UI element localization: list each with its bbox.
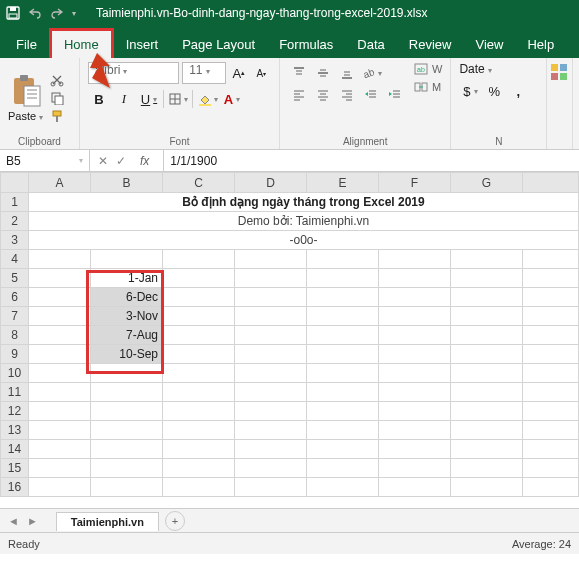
tab-help[interactable]: Help xyxy=(515,31,566,58)
next-sheet-icon[interactable]: ► xyxy=(27,515,38,527)
increase-font-icon[interactable]: A▴ xyxy=(229,62,248,84)
redo-icon[interactable] xyxy=(50,7,64,19)
cell-b6[interactable]: 6-Dec xyxy=(91,288,163,307)
tab-page-layout[interactable]: Page Layout xyxy=(170,31,267,58)
cell-divider[interactable]: -o0o- xyxy=(29,231,579,250)
tab-file[interactable]: File xyxy=(4,31,49,58)
align-right-icon[interactable] xyxy=(336,84,358,106)
row-header[interactable]: 13 xyxy=(1,421,29,440)
orientation-icon[interactable]: ab xyxy=(360,62,382,84)
row-header[interactable]: 7 xyxy=(1,307,29,326)
svg-rect-53 xyxy=(560,64,567,71)
increase-indent-icon[interactable] xyxy=(384,84,406,106)
row-header[interactable]: 14 xyxy=(1,440,29,459)
align-top-icon[interactable] xyxy=(288,62,310,84)
enter-icon[interactable]: ✓ xyxy=(116,154,126,168)
name-box-value: B5 xyxy=(6,154,21,168)
col-header[interactable]: F xyxy=(379,173,451,193)
row-header[interactable]: 15 xyxy=(1,459,29,478)
cell-b8[interactable]: 7-Aug xyxy=(91,326,163,345)
border-icon[interactable] xyxy=(167,88,189,110)
align-bottom-icon[interactable] xyxy=(336,62,358,84)
col-header[interactable] xyxy=(523,173,579,193)
row-header[interactable]: 3 xyxy=(1,231,29,250)
font-label: Font xyxy=(88,134,271,147)
svg-rect-52 xyxy=(551,64,558,71)
col-header[interactable]: E xyxy=(307,173,379,193)
row-header[interactable]: 10 xyxy=(1,364,29,383)
currency-icon[interactable]: $ xyxy=(459,80,481,102)
tab-view[interactable]: View xyxy=(463,31,515,58)
merge-center-button[interactable]: M xyxy=(414,80,442,94)
paste-label[interactable]: Paste xyxy=(8,110,43,122)
separator xyxy=(163,90,164,108)
cell-b7[interactable]: 3-Nov xyxy=(91,307,163,326)
formula-bar: B5 ▾ ✕ ✓ fx 1/1/1900 xyxy=(0,150,579,172)
comma-icon[interactable]: , xyxy=(507,80,529,102)
window-title: Taimienphi.vn-Bo-dinh-dang-ngay-thang-tr… xyxy=(96,6,573,20)
font-size-select[interactable]: 11 xyxy=(182,62,226,84)
fx-icon[interactable]: fx xyxy=(134,154,155,168)
align-middle-icon[interactable] xyxy=(312,62,334,84)
tab-review[interactable]: Review xyxy=(397,31,464,58)
title-bar: ▾ Taimienphi.vn-Bo-dinh-dang-ngay-thang-… xyxy=(0,0,579,26)
row-header[interactable]: 4 xyxy=(1,250,29,269)
tab-insert[interactable]: Insert xyxy=(114,31,171,58)
namebox-dropdown-icon[interactable]: ▾ xyxy=(79,156,83,165)
fill-color-icon[interactable] xyxy=(196,88,218,110)
number-format-select[interactable]: Date xyxy=(459,62,538,76)
prev-sheet-icon[interactable]: ◄ xyxy=(8,515,19,527)
tab-formulas[interactable]: Formulas xyxy=(267,31,345,58)
wrap-text-button[interactable]: abW xyxy=(414,62,442,76)
row-header[interactable]: 9 xyxy=(1,345,29,364)
cell-b9[interactable]: 10-Sep xyxy=(91,345,163,364)
col-header[interactable]: A xyxy=(29,173,91,193)
row-header[interactable]: 12 xyxy=(1,402,29,421)
col-header[interactable]: G xyxy=(451,173,523,193)
format-painter-icon[interactable] xyxy=(47,108,67,124)
row-header[interactable]: 5 xyxy=(1,269,29,288)
qat-dropdown-icon[interactable]: ▾ xyxy=(72,9,76,18)
select-all-corner[interactable] xyxy=(1,173,29,193)
svg-rect-2 xyxy=(9,14,17,18)
conditional-formatting-icon[interactable] xyxy=(549,62,570,85)
row-header[interactable]: 2 xyxy=(1,212,29,231)
align-center-icon[interactable] xyxy=(312,84,334,106)
col-header[interactable]: C xyxy=(163,173,235,193)
col-header[interactable]: B xyxy=(91,173,163,193)
worksheet[interactable]: A B C D E F G 1Bỏ định dạng ngày tháng t… xyxy=(0,172,579,508)
svg-marker-3 xyxy=(90,53,110,88)
row-header[interactable]: 11 xyxy=(1,383,29,402)
undo-icon[interactable] xyxy=(28,7,42,19)
underline-button[interactable]: U xyxy=(138,88,160,110)
decrease-indent-icon[interactable] xyxy=(360,84,382,106)
svg-rect-54 xyxy=(551,73,558,80)
paste-icon[interactable] xyxy=(10,74,42,108)
clipboard-label: Clipboard xyxy=(8,134,71,147)
row-header[interactable]: 6 xyxy=(1,288,29,307)
group-number: Date $ % , N xyxy=(451,58,547,149)
align-left-icon[interactable] xyxy=(288,84,310,106)
formula-input[interactable]: 1/1/1900 xyxy=(164,154,579,168)
save-icon[interactable] xyxy=(6,6,20,20)
add-sheet-button[interactable]: + xyxy=(165,511,185,531)
status-bar: Ready Average: 24 xyxy=(0,532,579,554)
cell-title[interactable]: Bỏ định dạng ngày tháng trong Excel 2019 xyxy=(29,193,579,212)
row-header[interactable]: 8 xyxy=(1,326,29,345)
cell-b5[interactable]: 1-Jan xyxy=(91,269,163,288)
row-header[interactable]: 16 xyxy=(1,478,29,497)
tab-data[interactable]: Data xyxy=(345,31,396,58)
formula-controls: ✕ ✓ fx xyxy=(90,150,164,171)
status-average: Average: 24 xyxy=(512,538,571,550)
row-header[interactable]: 1 xyxy=(1,193,29,212)
group-alignment: ab abW M Alignment xyxy=(280,58,451,149)
decrease-font-icon[interactable]: A▾ xyxy=(252,62,271,84)
name-box[interactable]: B5 ▾ xyxy=(0,150,90,171)
font-color-icon[interactable]: A xyxy=(221,88,243,110)
svg-text:ab: ab xyxy=(417,66,425,73)
cell-subtitle[interactable]: Demo bởi: Taimienphi.vn xyxy=(29,212,579,231)
cancel-icon[interactable]: ✕ xyxy=(98,154,108,168)
sheet-tab[interactable]: Taimienphi.vn xyxy=(56,512,159,531)
percent-icon[interactable]: % xyxy=(483,80,505,102)
col-header[interactable]: D xyxy=(235,173,307,193)
